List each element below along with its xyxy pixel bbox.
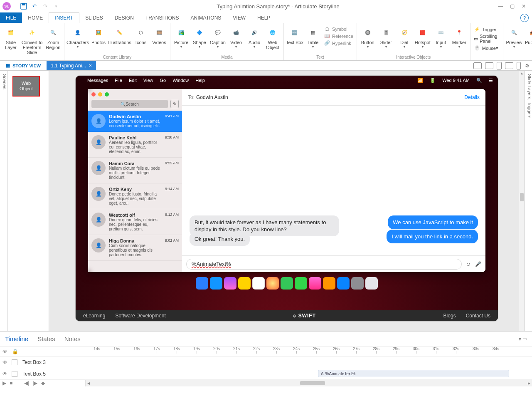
scrolling-panel-button[interactable]: ▭Scrolling Panel [472,33,501,45]
conversation-item[interactable]: 👤Higa DonnaCum sociis natoque penatibus … [88,235,182,261]
vertical-scrollbar[interactable]: ▴ [519,71,525,331]
message-input[interactable]: %AnimateText% [186,259,462,270]
visibility-header-icon[interactable]: 👁 [0,349,10,354]
caption-button[interactable]: 💬Caption▾ [209,25,227,50]
device-phone-landscape-icon[interactable] [505,62,513,69]
shape-button[interactable]: 🔷Shape▾ [190,25,209,50]
menu-home[interactable]: HOME [22,12,49,23]
horizontal-scrollbar[interactable]: ◂ ▸ [85,380,532,386]
marker-button[interactable]: 📍Marker▾ [450,25,468,50]
save-icon[interactable] [19,2,28,11]
scenes-rail[interactable]: Scenes [0,71,7,331]
text-box-button[interactable]: 🔤Text Box [286,25,304,46]
story-view-tab[interactable]: ▦ STORY VIEW [0,61,47,70]
video-button[interactable]: 📹Video▾ [227,25,245,50]
trigger-button[interactable]: ⚡Trigger [472,26,501,33]
dock-settings [351,277,364,290]
device-tablet-landscape-icon[interactable] [485,62,493,69]
preview-button[interactable]: 🔍Preview▾ [505,25,523,50]
photos-button[interactable]: 🖼️Photos [89,25,108,46]
prev-cue-icon[interactable]: ◀| [24,380,29,386]
gear-icon[interactable]: ⚙ [525,63,530,69]
messages-search[interactable]: 🔍 Search [91,100,168,108]
emoji-icon[interactable]: ☺ [466,261,471,267]
device-phone-portrait-icon[interactable] [517,62,521,69]
menu-file[interactable]: FILE [0,12,22,23]
symbol-button[interactable]: ΩSymbol [322,26,355,32]
menu-slides[interactable]: SLIDES [79,12,109,23]
mac-menubar: Messages File Edit View Go Window Help 📶… [76,76,498,85]
outgoing-bubble-2: I will mail you the link in a second. [387,230,478,243]
hyperlink-button[interactable]: 🔗Hyperlink [322,40,355,47]
qat-dropdown-icon[interactable]: ▼ [52,2,61,11]
timeline-row[interactable]: 👁 Text Box 3 [0,356,532,368]
timeline-object-bar[interactable]: A%AnimateText% [318,370,509,377]
device-tablet-portrait-icon[interactable] [497,62,502,69]
hotspot-button[interactable]: 🟥Hotspot▾ [414,25,432,50]
mouse-button[interactable]: 🖱️Mouse ▾ [472,45,501,52]
stop-icon[interactable]: ■ [10,380,12,386]
dock-facetime [295,277,307,290]
mic-icon[interactable]: 🎤 [475,261,481,267]
close-tab-icon[interactable]: ✕ [89,63,92,68]
videos-button[interactable]: 🎞️Videos [150,25,168,46]
web-object-button[interactable]: 🌐Web Object [264,25,282,51]
input-button[interactable]: ⌨️Input▾ [432,25,450,50]
menu-animations[interactable]: ANIMATIONS [185,12,227,23]
lock-toggle[interactable] [12,359,17,365]
app-badge: SL [2,2,11,10]
close-button[interactable]: ✕ [518,3,530,9]
scene-thumb-web-object[interactable]: WebObject [12,76,40,97]
cue-point-icon[interactable]: ◆ [41,380,45,386]
tab-states[interactable]: States [37,335,55,342]
button-button[interactable]: 🔘Button▾ [359,25,377,50]
play-icon[interactable]: ▶ [2,380,6,386]
canvas[interactable]: Messages File Edit View Go Window Help 📶… [49,71,525,331]
maximize-button[interactable]: ▢ [506,3,518,9]
slide-tab[interactable]: 1.1 Typing Ani...✕ [47,61,96,70]
visibility-toggle[interactable]: 👁 [0,371,10,377]
lock-header-icon[interactable]: 🔒 [10,349,20,354]
minimize-button[interactable]: — [495,3,506,9]
conversation-item[interactable]: 👤Godwin AustinLorem ipsum dolor sit amet… [88,111,182,132]
picture-button[interactable]: 🏞️Picture▾ [172,25,190,50]
avatar: 👤 [91,187,106,201]
lock-toggle[interactable] [12,371,17,377]
convert-freeform-button[interactable]: ✨Convert to Freeform Slide [20,25,44,56]
menu-design[interactable]: DESIGN [109,12,140,23]
characters-button[interactable]: 👤Characters▾ [66,25,89,50]
device-desktop-icon[interactable] [473,62,482,69]
help-icon[interactable]: ? [520,14,529,22]
collapse-panel-icon[interactable]: ▾ ▭ [519,336,527,342]
window-title: Typing Animtion Sample.story* - Articula… [62,3,495,10]
menu-help[interactable]: HELP [251,12,276,23]
undo-icon[interactable]: ↶ [30,2,39,11]
conversation-item[interactable]: 👤Hamm CoraNullam dictum felis eu pede mo… [88,158,182,183]
conversation-item[interactable]: 👤Pauline KohlAenean leo ligula, porttito… [88,132,182,158]
tab-timeline[interactable]: Timeline [5,335,28,342]
work-area: Scenes WebObject Messages File Edit View… [0,71,532,331]
compose-icon[interactable]: ✎ [170,100,179,108]
conversation-item[interactable]: 👤Westcott olfDonec quam felis, ultricies… [88,209,182,235]
visibility-toggle[interactable]: 👁 [0,359,10,365]
illustrations-button[interactable]: ✏️Illustrations [108,25,132,46]
dial-button[interactable]: 🧭Dial▾ [395,25,414,50]
table-button[interactable]: ▦Table▾ [304,25,322,50]
tab-notes[interactable]: Notes [64,335,81,342]
slide-layer-button[interactable]: 🗂️Slide Layer [2,25,20,51]
menu-transitions[interactable]: TRANSITIONS [140,12,185,23]
timeline-row[interactable]: 👁 Text Box 5 A%AnimateText% [0,368,532,380]
icons-button[interactable]: ⬡Icons [132,25,150,46]
zoom-region-button[interactable]: 🔍Zoom Region [44,25,62,51]
next-cue-icon[interactable]: |▶ [32,380,37,386]
dock [76,274,498,293]
menu-insert[interactable]: INSERT [49,12,79,23]
publish-button[interactable]: 📤Publish [523,25,532,46]
details-link[interactable]: Details [464,94,480,100]
conversation-item[interactable]: 👤Ortiz KenyDonec pede justo, fringilla v… [88,183,182,209]
slide-layers-rail[interactable]: Slide Layers, Triggers [525,71,532,331]
slider-button[interactable]: 🎚️Slider▾ [377,25,395,50]
audio-button[interactable]: 🔊Audio▾ [245,25,264,50]
reference-button[interactable]: 📖Reference [322,32,355,40]
menu-view[interactable]: VIEW [227,12,251,23]
